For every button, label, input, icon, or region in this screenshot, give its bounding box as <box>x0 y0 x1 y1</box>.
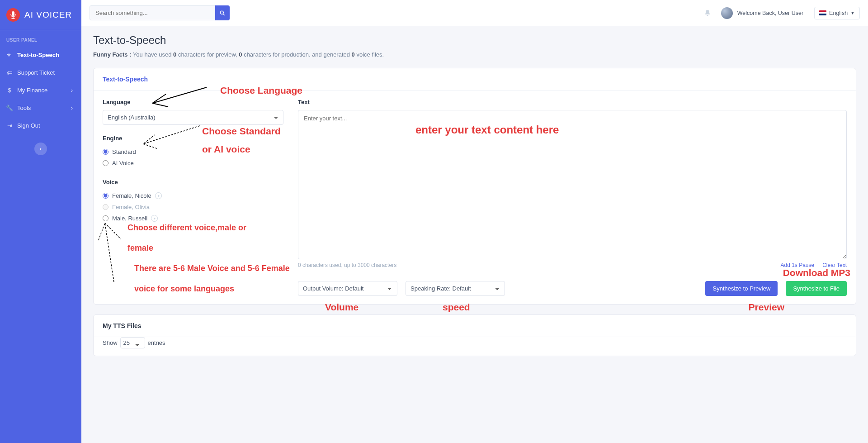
synthesize-preview-button[interactable]: Synthesize to Preview <box>705 281 778 296</box>
add-pause-link[interactable]: Add 1s Pause <box>780 262 814 268</box>
nav-tools[interactable]: 🔧 Tools › <box>0 99 81 117</box>
chevron-right-icon: › <box>69 105 75 111</box>
nav-label: My Finance <box>17 87 47 94</box>
annotation-voice-3: There are 5-6 Male Voice and 5-6 Female <box>134 264 306 273</box>
annotation-volume: Volume <box>325 302 359 313</box>
search-button[interactable] <box>215 5 230 20</box>
play-icon[interactable] <box>151 215 158 222</box>
entries-label: entries <box>148 339 165 346</box>
welcome-text: Welcome Back, User User <box>737 10 803 16</box>
annotation-preview: Preview <box>749 302 784 313</box>
text-label: Text <box>298 99 847 105</box>
voice-label: Voice <box>103 179 283 186</box>
content: Text-to-Speech Funny Facts : You have us… <box>81 26 868 443</box>
collapse-sidebar-button[interactable]: ‹ <box>34 143 47 155</box>
sidebar: AI VOICER USER PANEL ᯤ Text-to-Speech 🏷 … <box>0 0 81 443</box>
output-volume-select[interactable]: Output Volume: Default <box>298 281 397 296</box>
arrow-annotation <box>96 214 132 284</box>
brand-text: AI VOICER <box>24 10 72 20</box>
avatar <box>721 7 733 19</box>
user-panel-label: USER PANEL <box>0 30 81 46</box>
chevron-left-icon: ‹ <box>40 146 42 152</box>
play-icon[interactable] <box>155 192 162 199</box>
nav-label: Sign Out <box>17 122 40 129</box>
nav-label: Text-to-Speech <box>17 52 59 58</box>
main: Welcome Back, User User English ▼ Text-t… <box>81 0 868 443</box>
arrow-annotation <box>130 121 202 153</box>
nav-sign-out[interactable]: ⇥ Sign Out <box>0 117 81 134</box>
search-input[interactable] <box>90 5 215 20</box>
show-label: Show <box>103 339 118 346</box>
speaking-rate-select[interactable]: Speaking Rate: Default <box>406 281 505 296</box>
tts-card: Text-to-Speech Language English (Austral… <box>93 68 856 305</box>
dollar-icon: $ <box>6 87 13 94</box>
wrench-icon: 🔧 <box>6 105 13 111</box>
nav-my-finance[interactable]: $ My Finance › <box>0 81 81 99</box>
tag-icon: 🏷 <box>6 69 13 76</box>
nav-label: Tools <box>17 105 31 111</box>
nav-support-ticket[interactable]: 🏷 Support Ticket <box>0 64 81 81</box>
annotation-voice-1: Choose different voice,male or <box>127 223 290 233</box>
annotation-voice-4: voice for some languages <box>134 284 234 294</box>
files-card: My TTS Files Show 25 entries <box>93 314 856 356</box>
language-picker[interactable]: English ▼ <box>814 7 860 19</box>
annotation-speed: speed <box>443 302 470 313</box>
annotation-download: Download MP3 <box>783 267 850 278</box>
files-card-title: My TTS Files <box>94 315 856 337</box>
text-input[interactable] <box>298 110 847 259</box>
topbar: Welcome Back, User User English ▼ <box>81 0 868 26</box>
funny-facts: Funny Facts : You have used 0 characters… <box>93 51 856 58</box>
signout-icon: ⇥ <box>6 122 13 129</box>
svg-point-1 <box>220 11 223 14</box>
engine-ai-radio[interactable]: AI Voice <box>103 157 283 169</box>
synthesize-file-button[interactable]: Synthesize to File <box>786 281 847 296</box>
arrow-annotation <box>134 85 209 112</box>
page-title: Text-to-Speech <box>93 34 856 47</box>
language-label: English <box>829 10 848 16</box>
mic-icon <box>6 8 20 22</box>
chevron-down-icon: ▼ <box>850 10 855 15</box>
bell-icon <box>704 10 711 17</box>
brand[interactable]: AI VOICER <box>0 0 81 30</box>
nav-text-to-speech[interactable]: ᯤ Text-to-Speech <box>0 46 81 64</box>
search <box>90 5 230 20</box>
notifications-button[interactable] <box>700 10 715 17</box>
char-counter: 0 characters used, up to 3000 characters <box>298 262 396 268</box>
clear-text-link[interactable]: Clear Text <box>822 262 847 268</box>
nav-label: Support Ticket <box>17 69 55 76</box>
svg-rect-0 <box>12 11 14 16</box>
flag-icon <box>819 10 826 15</box>
entries-select[interactable]: 25 <box>120 337 145 348</box>
chevron-right-icon: › <box>69 87 75 94</box>
search-icon <box>219 10 226 16</box>
broadcast-icon: ᯤ <box>6 52 13 58</box>
voice-olivia-radio[interactable]: Female, Olivia <box>103 201 283 213</box>
user-menu[interactable]: Welcome Back, User User <box>721 7 803 19</box>
voice-nicole-radio[interactable]: Female, Nicole <box>103 190 283 201</box>
